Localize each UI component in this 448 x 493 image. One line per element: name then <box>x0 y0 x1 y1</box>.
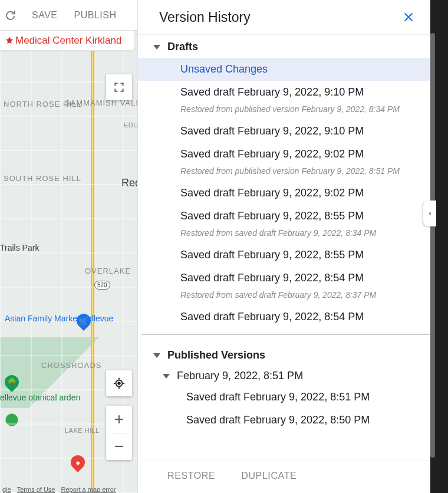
version-history-header: Version History <box>138 0 430 35</box>
published-version-group[interactable]: February 9, 2022, 8:51 PM <box>138 366 430 386</box>
draft-item[interactable]: Saved draft February 9, 2022, 8:54 PM <box>138 267 430 290</box>
draft-item[interactable]: Saved draft February 9, 2022, 8:55 PM <box>138 205 430 228</box>
report-link[interactable]: Report a map error <box>61 486 116 493</box>
google-link[interactable]: gle <box>2 486 11 493</box>
chevron-down-icon[interactable] <box>153 45 160 50</box>
published-draft-item[interactable]: Saved draft February 9, 2022, 8:50 PM <box>138 409 430 432</box>
drafts-list: Unsaved ChangesSaved draft February 9, 2… <box>138 58 430 328</box>
location-text: Medical Center Kirkland <box>15 35 121 47</box>
window-scrollbar-gutter <box>430 0 448 493</box>
map-label: EDU <box>124 121 139 129</box>
drafts-section-header[interactable]: Drafts <box>138 35 430 58</box>
terms-link[interactable]: Terms of Use <box>17 486 55 493</box>
draft-item[interactable]: Saved draft February 9, 2022, 9:10 PM <box>138 120 430 143</box>
map-label: CROSSROADS <box>41 361 101 370</box>
map-attribution: gle Terms of Use Report a map error <box>0 481 141 493</box>
map-pin-icon <box>5 36 14 45</box>
published-section-header[interactable]: Published Versions <box>138 343 430 366</box>
editor-toolbar: SAVE PUBLISH <box>0 0 137 31</box>
draft-item-note: Restored from saved draft February 9, 20… <box>138 290 430 305</box>
published-list: February 9, 2022, 8:51 PMSaved draft Feb… <box>138 366 430 432</box>
zoom-in-button[interactable]: + <box>106 406 132 433</box>
draft-item[interactable]: Saved draft February 9, 2022, 9:02 PM <box>138 182 430 205</box>
published-draft-item[interactable]: Saved draft February 9, 2022, 8:51 PM <box>138 386 430 409</box>
redo-button[interactable] <box>4 9 15 21</box>
zoom-out-button[interactable]: − <box>106 433 132 461</box>
map-label: OVERLAKE <box>85 267 131 275</box>
map-label: SAMMAMISH VALLEY <box>65 99 141 107</box>
svg-point-1 <box>118 382 120 384</box>
publish-button[interactable]: PUBLISH <box>74 10 117 21</box>
map-poi-label: Asian Family Market Bellevue <box>5 314 113 323</box>
published-header-label: Published Versions <box>167 349 265 361</box>
version-history-footer: RESTORE DUPLICATE <box>138 461 430 493</box>
route-shield-icon: 520 <box>94 281 110 290</box>
drafts-header-label: Drafts <box>167 41 198 53</box>
chevron-down-icon[interactable] <box>163 374 170 379</box>
zoom-control: + − <box>106 406 132 460</box>
draft-item-note: Restored from saved draft February 9, 20… <box>138 228 430 244</box>
draft-item[interactable]: Saved draft February 9, 2022, 8:54 PM <box>138 305 430 328</box>
close-button[interactable] <box>400 8 417 26</box>
fullscreen-button[interactable] <box>106 74 132 100</box>
location-pin-icon[interactable]: ● <box>68 452 88 472</box>
section-divider <box>141 334 430 335</box>
restore-button[interactable]: RESTORE <box>167 471 215 481</box>
draft-item[interactable]: Saved draft February 9, 2022, 9:10 PM <box>138 81 430 104</box>
draft-item[interactable]: Saved draft February 9, 2022, 9:02 PM <box>138 143 430 166</box>
draft-item-note: Restored from published version February… <box>138 104 430 120</box>
version-history-body: Drafts Unsaved ChangesSaved draft Februa… <box>138 35 430 461</box>
chevron-down-icon[interactable] <box>153 353 160 358</box>
map-label: LAKE HILL <box>65 427 100 434</box>
map-park-label: Trails Park <box>0 243 39 252</box>
duplicate-button[interactable]: DUPLICATE <box>241 471 297 481</box>
draft-item[interactable]: Unsaved Changes <box>138 58 430 81</box>
map-poi-label: ellevue otanical arden <box>0 393 80 402</box>
collapse-panel-handle[interactable] <box>423 201 436 226</box>
version-history-panel: Version History Drafts Unsaved ChangesSa… <box>137 0 430 493</box>
location-pill[interactable]: Medical Center Kirkland <box>0 31 135 51</box>
draft-item-note: Restored from published version February… <box>138 166 430 182</box>
save-button[interactable]: SAVE <box>32 10 58 21</box>
map-label: SOUTH ROSE HILL <box>4 175 81 183</box>
draft-item[interactable]: Saved draft February 9, 2022, 8:55 PM <box>138 244 430 267</box>
panel-title: Version History <box>159 9 251 25</box>
map-canvas[interactable]: NORTH ROSE HILL SAMMAMISH VALLEY EDU SOU… <box>0 31 141 493</box>
my-location-button[interactable] <box>106 370 132 396</box>
park-pin-icon[interactable]: 🌳 <box>2 372 22 392</box>
published-version-timestamp: February 9, 2022, 8:51 PM <box>177 370 303 382</box>
